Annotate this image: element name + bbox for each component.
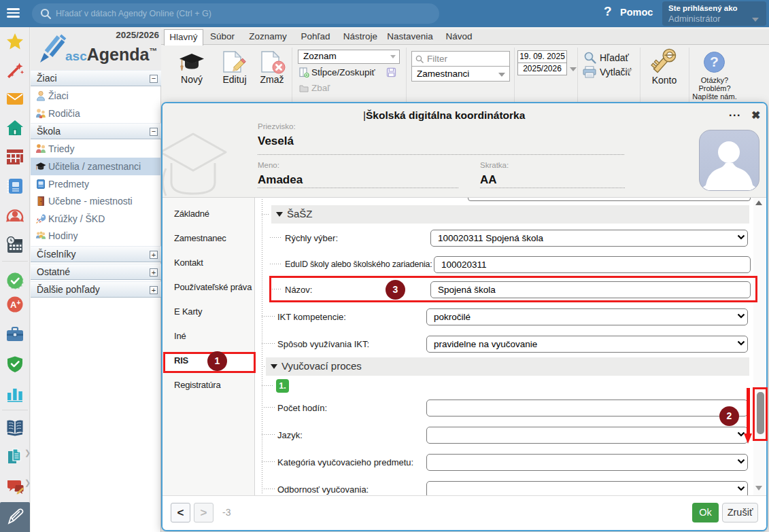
svg-text:+: + [17, 299, 21, 306]
svg-text:A: A [10, 300, 17, 310]
